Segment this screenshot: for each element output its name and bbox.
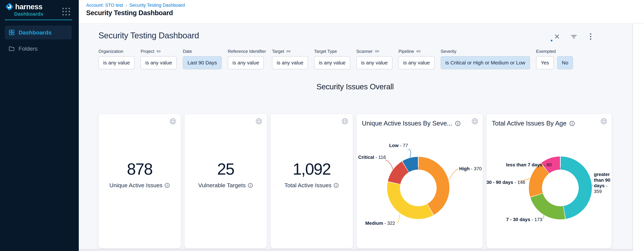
dashboard-panel-title: Security Testing Dashboard xyxy=(98,31,199,40)
filter-label: Reference Identifier xyxy=(228,49,266,54)
chevron-right-icon: › xyxy=(126,3,127,7)
brand-name: harness xyxy=(15,2,42,11)
notification-dot xyxy=(551,40,552,41)
filter-label: Scanner xyxy=(356,49,392,54)
stat-label: Vulnerable Targets xyxy=(184,182,267,189)
stat-card-vulnerable-targets: 25Vulnerable Targets xyxy=(184,114,267,248)
filter-severity: Severityis Critical or High or Medium or… xyxy=(441,49,530,69)
filter-value-chip[interactable]: is Critical or High or Medium or Low xyxy=(441,56,530,69)
filter-scanner: Scanneris any value xyxy=(356,49,392,69)
panel-actions xyxy=(554,33,594,40)
donut-label-30-90-days: 30 - 90 days - 146 xyxy=(486,180,518,185)
filter-value-chip[interactable]: is any value xyxy=(314,56,350,69)
filter-value-chip[interactable]: is any value xyxy=(272,56,308,69)
chart-card-issues-by-age: Total Active Issues By Age xyxy=(486,114,612,248)
info-icon[interactable] xyxy=(164,183,170,188)
filter-target: Targetis any value xyxy=(272,49,308,69)
filter-label: Date xyxy=(183,49,222,54)
chart-title: Total Active Issues By Age xyxy=(492,120,575,127)
page-title: Security Testing Dashboard xyxy=(86,9,173,17)
folder-icon xyxy=(8,45,15,52)
filter-target-type: Target Typeis any value xyxy=(314,49,350,69)
dashboards-icon xyxy=(8,29,15,36)
stat-card-unique-active-issues: 878Unique Active Issues xyxy=(98,114,181,248)
cards-row: 878Unique Active Issues25Vulnerable Targ… xyxy=(98,114,612,248)
filter-value-chip[interactable]: Last 90 Days xyxy=(183,56,222,69)
product-name: Dashboards xyxy=(14,11,43,17)
link-icon xyxy=(375,49,380,54)
donut-chart-severity[interactable] xyxy=(387,157,450,219)
brand: harness xyxy=(5,2,42,11)
close-icon[interactable] xyxy=(554,33,560,40)
kebab-menu-icon[interactable] xyxy=(588,33,594,40)
filter-value-chip[interactable]: is any value xyxy=(356,56,392,69)
filter-pipeline: Pipelineis any value xyxy=(398,49,434,69)
donut-label-greater-than-90-days: greater than 90 days - 359 xyxy=(594,172,612,194)
breadcrumb-account-link[interactable]: Account: STO test xyxy=(86,3,123,8)
donut-label-low: Low - 77 xyxy=(377,143,408,148)
stat-value: 878 xyxy=(98,160,181,178)
filter-icon[interactable] xyxy=(570,33,577,40)
topbar: Account: STO test › Security Testing Das… xyxy=(79,0,644,23)
globe-icon[interactable] xyxy=(169,118,176,125)
info-icon[interactable] xyxy=(455,121,461,126)
filter-label: Severity xyxy=(441,49,530,54)
filter-value-chip[interactable]: is any value xyxy=(98,56,134,69)
donut-label-medium: Medium - 322 xyxy=(365,220,395,226)
filter-value-chip[interactable]: is any value xyxy=(398,56,434,69)
filter-label: Target xyxy=(272,49,308,54)
bottom-strip xyxy=(79,249,632,251)
section-title: Security Issues Overall xyxy=(98,82,612,91)
filters-row: Organizationis any valueProjectis any va… xyxy=(98,49,573,69)
link-icon xyxy=(286,49,291,54)
link-icon xyxy=(416,49,421,54)
filter-label: Exempted xyxy=(536,49,573,54)
stat-card-total-active-issues: 1,092Total Active Issues xyxy=(270,114,353,248)
info-icon[interactable] xyxy=(248,183,253,188)
filter-label: Pipeline xyxy=(398,49,434,54)
donut-label-high: High - 370 xyxy=(459,166,482,172)
sidebar-item-label: Folders xyxy=(18,45,38,52)
stat-value: 1,092 xyxy=(270,160,353,178)
stat-label: Unique Active Issues xyxy=(98,182,181,189)
dashboard-panel: Security Testing Dashboard Organizationi… xyxy=(79,24,632,251)
breadcrumb-dashboard-link[interactable]: Security Testing Dashboard xyxy=(130,3,185,8)
sidebar: harness Dashboards Dashboards Folders xyxy=(0,0,79,251)
info-icon[interactable] xyxy=(569,121,575,126)
filter-exempted: ExemptedYesNo xyxy=(536,49,573,69)
donut-label-7-30-days: 7 - 30 days - 173 xyxy=(506,217,542,222)
info-icon[interactable] xyxy=(334,183,339,188)
filter-value-chip[interactable]: is any value xyxy=(228,56,264,69)
filter-reference-identifier: Reference Identifieris any value xyxy=(228,49,266,69)
globe-icon[interactable] xyxy=(600,118,607,125)
filter-label: Target Type xyxy=(314,49,350,54)
filter-project: Projectis any value xyxy=(140,49,176,69)
globe-icon[interactable] xyxy=(341,118,348,125)
scrollbar-track[interactable] xyxy=(632,24,644,251)
stat-value: 25 xyxy=(184,160,267,178)
globe-icon[interactable] xyxy=(255,118,262,125)
filter-value-chip[interactable]: No xyxy=(557,56,573,69)
chart-title: Unique Active Issues By Seve... xyxy=(362,120,461,127)
globe-icon[interactable] xyxy=(471,118,478,125)
filter-label: Organization xyxy=(98,49,134,54)
sidebar-item-dashboards[interactable]: Dashboards xyxy=(5,25,72,39)
donut-label-less-than-7-days: less than 7 days - 80 xyxy=(506,162,548,168)
sidebar-item-folders[interactable]: Folders xyxy=(5,42,72,55)
harness-logo-icon xyxy=(5,2,14,11)
sidebar-divider xyxy=(5,19,72,20)
donut-label-critical: Critical - 116 xyxy=(358,154,385,160)
filter-date: DateLast 90 Days xyxy=(183,49,222,69)
chart-card-issues-by-severity: Unique Active Issues By Seve... xyxy=(356,114,483,248)
breadcrumb: Account: STO test › Security Testing Das… xyxy=(86,3,185,8)
filter-value-chip[interactable]: is any value xyxy=(140,56,176,69)
sidebar-item-label: Dashboards xyxy=(18,29,52,36)
app-launcher-icon[interactable] xyxy=(62,8,70,15)
stat-label: Total Active Issues xyxy=(270,182,353,189)
link-icon xyxy=(156,49,161,54)
filter-value-chip[interactable]: Yes xyxy=(536,56,554,69)
filter-label: Project xyxy=(140,49,176,54)
filter-organization: Organizationis any value xyxy=(98,49,134,69)
